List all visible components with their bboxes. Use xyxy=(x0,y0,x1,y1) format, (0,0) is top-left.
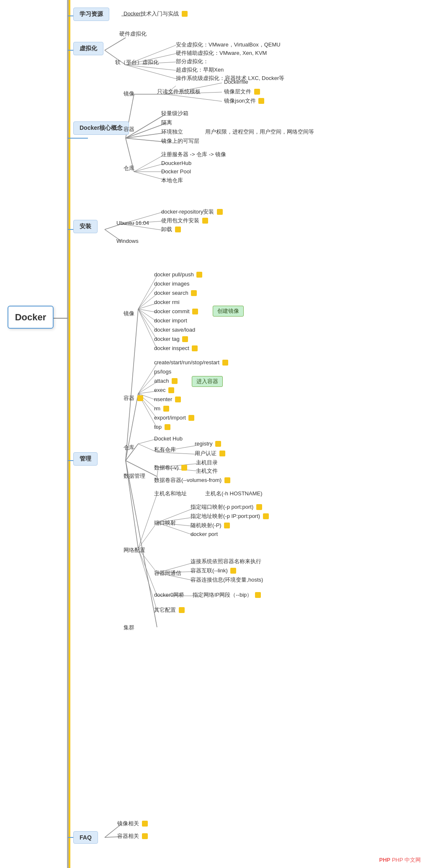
item-isolation: 隔离 xyxy=(161,119,172,126)
item-mgmt-network-label: 网络配置 xyxy=(124,546,145,554)
item-env-independent-detail: 用户权限，进程空间，用户空间，网络空间等 xyxy=(205,128,314,136)
doc-icon xyxy=(188,415,194,421)
item-top: top xyxy=(154,424,170,430)
doc-icon xyxy=(175,227,181,232)
item-volumes-from: 数据卷容器(--volumes-from) xyxy=(154,476,230,484)
item-port-ip: 指定地址映射(-p IP:port:port) xyxy=(191,513,269,520)
doc-icon xyxy=(142,821,148,827)
doc-icon xyxy=(202,218,208,224)
doc-icon xyxy=(196,272,202,278)
doc-icon xyxy=(219,451,225,456)
section-docker-core-label: Docker核心概念 xyxy=(80,124,123,131)
svg-line-27 xyxy=(134,172,165,180)
item-dockerhub: DouckerHub xyxy=(161,160,191,166)
doc-icon xyxy=(191,290,197,296)
section-install-label: 安装 xyxy=(80,223,91,229)
doc-icon xyxy=(222,360,228,366)
item-user-auth: 用户认证 xyxy=(195,450,225,457)
doc-icon xyxy=(215,441,221,447)
item-safe-virt: 安全虚拟化：VMware，VirtualBox，QEMU xyxy=(176,41,281,49)
section-install: 安装 xyxy=(73,220,98,233)
doc-icon xyxy=(175,397,181,402)
item-enter-container-badge: 进入容器 xyxy=(192,376,223,387)
item-private-repo: 私有仓库 xyxy=(154,446,176,453)
doc-icon xyxy=(217,209,223,215)
item-ubuntu: Ubuntu 16.04 xyxy=(116,220,149,226)
item-host-file: 主机文件 xyxy=(196,467,218,475)
item-docket-hub: Docket Hub xyxy=(154,435,183,442)
main-line-gold xyxy=(69,0,70,868)
watermark: PHP PHP 中文网 xyxy=(379,856,421,864)
section-faq-label: FAQ xyxy=(80,834,92,841)
item-host-dir: 主机目录 xyxy=(196,459,218,466)
item-registry-desc: 注册服务器 -> 仓库 -> 镜像 xyxy=(161,151,226,158)
item-create-image-badge: 创建镜像 xyxy=(213,306,244,317)
doc-icon xyxy=(163,406,169,412)
item-software-virt: 软（平台）虚拟化 xyxy=(115,59,159,66)
doc-icon xyxy=(142,833,148,839)
item-image-readonly: 只读文件系统模板 xyxy=(157,88,201,95)
item-conn-info: 容器连接信息(环境变量,hosts) xyxy=(191,576,263,584)
item-nsenter: nsenter xyxy=(154,396,181,403)
svg-line-24 xyxy=(134,154,165,172)
item-lightweight: 轻量级沙箱 xyxy=(161,110,188,117)
item-local-repo: 本地仓库 xyxy=(161,177,183,184)
item-faq-image: 镜像相关 xyxy=(117,820,148,827)
item-docker-saveload: docker save/load xyxy=(154,327,195,333)
item-mgmt-repo-label: 仓库 xyxy=(124,444,134,451)
item-docker-rmi: docker rmi xyxy=(154,299,180,305)
watermark-text: PHP 中文网 xyxy=(392,857,421,863)
item-exec: exec xyxy=(154,387,174,394)
item-ps-logs: ps/logs xyxy=(154,368,171,375)
item-docker-pool: Docker Pool xyxy=(161,168,191,175)
section-resources-label: 学习资源 xyxy=(80,10,103,17)
section-management-label: 管理 xyxy=(80,455,91,462)
mindmap-container: Docker 学习资源 Docker技术入门与实战 虚拟化 硬件虚拟化 软（平台… xyxy=(0,0,425,868)
item-partial-virt: 部分虚拟化： xyxy=(176,58,209,65)
item-pkg-install: 使用包文件安装 xyxy=(161,217,208,224)
section-faq: FAQ xyxy=(73,831,98,844)
item-docker-pull: docker pull/push xyxy=(154,271,202,278)
item-container-comm-label: 容器间通信 xyxy=(154,569,181,577)
item-port-p: 指定端口映射(-p port:port) xyxy=(191,503,262,511)
doc-icon xyxy=(137,395,143,401)
doc-icon xyxy=(254,89,260,95)
doc-icon xyxy=(179,607,185,613)
item-mgmt-image-label: 镜像 xyxy=(124,310,134,317)
doc-icon xyxy=(192,309,198,314)
item-export-import: export/import xyxy=(154,415,194,421)
item-docker-search: docker search xyxy=(154,290,197,296)
section-docker-core: Docker核心概念 xyxy=(73,121,129,135)
item-writable-layer: 镜像上的可写层 xyxy=(161,137,199,145)
item-data-volume: 数据卷(-v) xyxy=(154,464,187,471)
item-mgmt-container-label: 容器 xyxy=(124,394,143,402)
item-faq-container: 容器相关 xyxy=(117,832,148,840)
item-docker-repo-install: docker-repository安装 xyxy=(161,208,223,216)
item-connect-by-name: 连接系统依照容器名称来执行 xyxy=(191,558,261,565)
item-dockerfile: Dockerfile xyxy=(224,79,248,85)
center-label: Docker xyxy=(15,312,46,323)
doc-icon xyxy=(224,477,230,483)
section-resources: 学习资源 xyxy=(73,8,109,21)
item-docker-commit: docker commit xyxy=(154,308,198,315)
item-windows: Windows xyxy=(116,238,139,244)
doc-icon xyxy=(165,424,170,430)
item-hw-assist-virt: 硬件辅助虚拟化：VMware, Xen, KVM xyxy=(176,49,267,57)
item-repo-label: 仓库 xyxy=(124,165,134,172)
doc-icon xyxy=(230,568,236,574)
item-cluster-label: 集群 xyxy=(124,624,134,631)
section-management: 管理 xyxy=(73,452,98,466)
svg-line-25 xyxy=(134,163,165,172)
item-docker-port: docker port xyxy=(191,531,218,537)
item-uninstall: 卸载 xyxy=(161,226,181,233)
svg-line-35 xyxy=(126,309,138,461)
doc-icon xyxy=(192,345,198,351)
doc-icon xyxy=(168,387,174,393)
svg-line-5 xyxy=(105,38,126,50)
doc-icon xyxy=(182,11,188,17)
item-para-virt: 超虚拟化：早期Xen xyxy=(176,66,224,74)
item-rm: rm xyxy=(154,405,169,412)
item-hostname-h: 主机名(-h HOSTNAME) xyxy=(205,490,263,497)
doc-icon xyxy=(172,378,178,384)
item-resources-book-text: Docker技术入门与实战 xyxy=(124,10,180,17)
